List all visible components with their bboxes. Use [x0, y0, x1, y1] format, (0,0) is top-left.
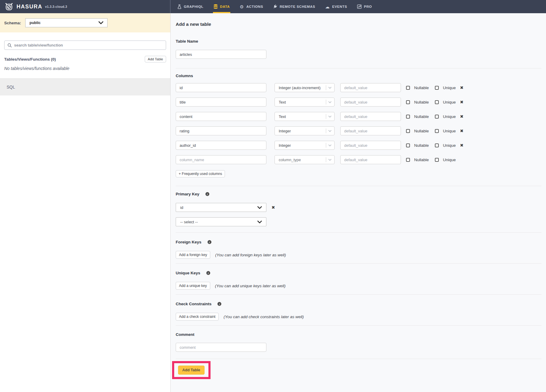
comment-input[interactable]	[176, 343, 266, 352]
column-type-select[interactable]: Integer	[275, 141, 335, 150]
default-value-input[interactable]	[340, 98, 401, 107]
primary-key-label: Primary Key	[176, 192, 199, 196]
nav-item-remote-schemas[interactable]: REMOTE SCHEMAS	[272, 0, 316, 13]
nav-item-label: EVENTS	[332, 5, 347, 8]
unique-label: Unique	[443, 158, 456, 162]
unique-checkbox[interactable]	[435, 100, 439, 104]
table-name-input[interactable]	[176, 50, 266, 59]
primary-key-select-empty[interactable]: -- select --	[176, 217, 266, 226]
plug-icon	[272, 4, 278, 10]
hasura-logo-icon[interactable]	[5, 3, 14, 11]
nullable-checkbox[interactable]	[406, 115, 410, 119]
default-value-input[interactable]	[340, 126, 401, 135]
foreign-keys-label: Foreign Keys	[176, 240, 202, 244]
add-table-submit-button[interactable]: Add Table	[178, 366, 205, 375]
column-type-select[interactable]: Integer (auto-increment)	[275, 83, 335, 92]
remove-column-icon[interactable]	[460, 100, 464, 104]
unique-keys-header: Unique Keys	[176, 271, 541, 275]
brand-box: HASURA v1.3.3-cloud.3	[0, 0, 171, 13]
default-value-input[interactable]	[340, 83, 401, 92]
cloud-icon	[325, 5, 330, 9]
column-type-select[interactable]: column_type	[275, 155, 335, 164]
section-divider	[176, 186, 541, 186]
column-row: Integer Nullable Unique	[176, 126, 541, 135]
remove-column-icon[interactable]	[460, 129, 464, 133]
unique-keys-label: Unique Keys	[176, 271, 200, 275]
page-title: Add a new table	[176, 22, 541, 27]
primary-key-select[interactable]: id	[176, 203, 266, 212]
column-row: Text Nullable Unique	[176, 112, 541, 121]
column-type-select[interactable]: Integer	[275, 126, 335, 135]
chevron-down-icon	[257, 221, 262, 223]
tables-header: Tables/Views/Functions (0) Add Table	[4, 56, 166, 62]
nullable-checkbox[interactable]	[406, 129, 410, 133]
primary-key-row-empty: -- select --	[176, 217, 541, 226]
sidebar: Schema: public Tables/Views/Functions (0…	[0, 13, 171, 392]
nav-item-events[interactable]: EVENTS	[324, 0, 347, 13]
nullable-checkbox[interactable]	[406, 86, 410, 90]
unique-checkbox[interactable]	[435, 158, 439, 162]
schema-select[interactable]: public	[25, 18, 108, 27]
chevron-down-icon	[328, 144, 332, 146]
unique-checkbox[interactable]	[435, 143, 439, 147]
add-foreign-key-button[interactable]: Add a foreign key	[176, 251, 210, 259]
check-constraints-hint: (You can add check constraints later as …	[223, 315, 304, 319]
chevron-down-icon	[99, 21, 103, 24]
nullable-label: Nullable	[414, 158, 429, 162]
column-type-select[interactable]: Text	[275, 98, 335, 107]
column-type-select[interactable]: Text	[275, 112, 335, 121]
nullable-checkbox[interactable]	[406, 143, 410, 147]
foreign-keys-row: Add a foreign key (You can add foreign k…	[176, 251, 541, 259]
info-icon[interactable]	[205, 192, 209, 196]
unique-checkbox[interactable]	[435, 115, 439, 119]
check-constraints-label: Check Constraints	[176, 302, 211, 306]
nav-item-label: PRO	[364, 5, 372, 8]
remove-column-icon[interactable]	[460, 143, 464, 147]
info-icon[interactable]	[208, 240, 211, 244]
nav-item-data[interactable]: DATA	[213, 0, 231, 13]
nullable-label: Nullable	[414, 129, 429, 133]
column-name-input[interactable]	[176, 83, 266, 92]
remove-primary-key-icon[interactable]	[271, 205, 275, 210]
unique-label: Unique	[443, 143, 456, 148]
nullable-checkbox[interactable]	[406, 100, 410, 104]
sql-label: SQL	[7, 85, 15, 89]
column-name-input[interactable]	[176, 141, 266, 150]
primary-key-value: id	[180, 205, 183, 210]
column-name-input[interactable]	[176, 155, 266, 164]
unique-checkbox[interactable]	[435, 86, 439, 90]
unique-checkbox[interactable]	[435, 129, 439, 133]
unique-label: Unique	[443, 114, 456, 119]
frequently-used-columns-button[interactable]: + Frequently used columns	[176, 170, 225, 177]
nav-item-graphiql[interactable]: GRAPHIQL	[177, 0, 204, 13]
add-unique-key-button[interactable]: Add a unique key	[176, 282, 210, 290]
column-type-value: Text	[279, 114, 286, 119]
column-name-input[interactable]	[176, 126, 266, 135]
nav-item-actions[interactable]: ACTIONS	[239, 0, 264, 13]
info-icon[interactable]	[217, 302, 221, 306]
gears-icon	[240, 5, 244, 9]
chevron-down-icon	[257, 206, 262, 209]
nullable-checkbox[interactable]	[406, 158, 410, 162]
info-icon[interactable]	[206, 271, 210, 275]
column-name-input[interactable]	[176, 112, 266, 121]
check-constraints-row: Add a check constraint (You can add chec…	[176, 313, 541, 321]
default-value-input[interactable]	[340, 141, 401, 150]
table-name-label: Table Name	[176, 39, 541, 44]
unique-keys-row: Add a unique key (You can add unique key…	[176, 282, 541, 290]
nullable-label: Nullable	[414, 143, 429, 148]
remove-column-icon[interactable]	[460, 114, 464, 119]
nullable-label: Nullable	[414, 114, 429, 119]
version-label: v1.3.3-cloud.3	[45, 5, 67, 8]
chevron-down-icon	[328, 116, 332, 118]
search-input[interactable]	[14, 43, 163, 47]
default-value-input[interactable]	[340, 155, 401, 164]
sidebar-item-sql[interactable]: SQL	[0, 78, 170, 95]
nav-item-pro[interactable]: PRO	[356, 0, 373, 13]
remove-column-icon[interactable]	[460, 86, 464, 90]
default-value-input[interactable]	[340, 112, 401, 121]
sidebar-add-table-button[interactable]: Add Table	[145, 56, 166, 62]
column-name-input[interactable]	[176, 98, 266, 107]
chart-icon	[357, 5, 362, 9]
add-check-constraint-button[interactable]: Add a check constraint	[176, 313, 219, 321]
